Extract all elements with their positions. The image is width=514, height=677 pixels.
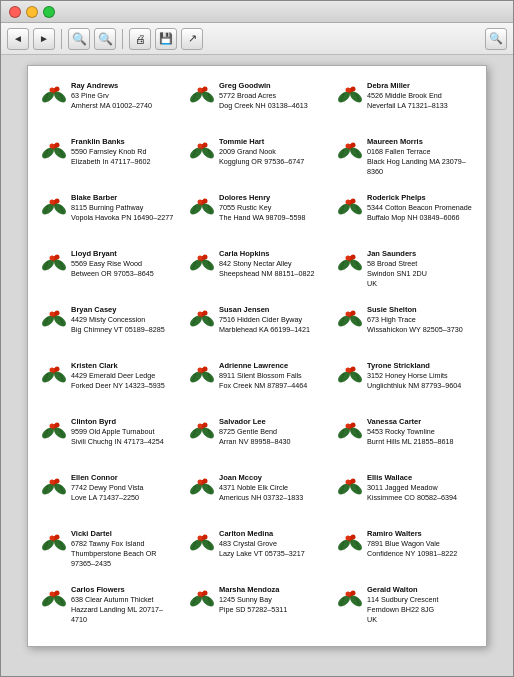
next-page-button[interactable]: ► — [33, 28, 55, 50]
label-name: Debra Miller — [367, 81, 448, 91]
holly-icon — [40, 363, 68, 391]
label-text-block: Clinton Byrd9599 Old Apple TurnaboutSivi… — [71, 417, 164, 447]
label-address: 63 Pine Grv — [71, 91, 152, 101]
label-name: Franklin Banks — [71, 137, 151, 147]
label-text-block: Roderick Phelps5344 Cotton Beacon Promen… — [367, 193, 472, 223]
label-cell: Susan Jensen7516 Hidden Cider BywayMarbl… — [186, 302, 328, 354]
svg-point-27 — [50, 144, 55, 149]
label-name: Carlos Flowers — [71, 585, 178, 595]
label-address: 5569 Easy Rise Wood — [71, 259, 154, 269]
label-name: Tyrone Strickland — [367, 361, 461, 371]
svg-point-20 — [346, 88, 351, 93]
label-city: Burnt Hills ML 21855–8618 — [367, 437, 453, 447]
svg-point-55 — [198, 200, 203, 205]
label-name: Carlton Medina — [219, 529, 305, 539]
label-address: 3011 Jagged Meadow — [367, 483, 457, 493]
search-button[interactable]: 🔍 — [485, 28, 507, 50]
label-name: Ray Andrews — [71, 81, 152, 91]
label-city: Love LA 71437–2250 — [71, 493, 144, 503]
holly-icon — [188, 139, 216, 167]
svg-point-48 — [50, 200, 55, 205]
svg-point-78 — [351, 255, 356, 260]
share-button[interactable]: ↗ — [181, 28, 203, 50]
label-address: 4429 Misty Concession — [71, 315, 165, 325]
svg-point-176 — [203, 535, 208, 540]
label-text-block: Ellen Connor7742 Dewy Pond VistaLove LA … — [71, 473, 144, 503]
label-city: Black Hog Landing MA 23079–8360 — [367, 157, 474, 176]
svg-point-153 — [50, 480, 55, 485]
svg-point-15 — [351, 87, 356, 92]
label-city: Wissahickon WY 82505–3730 — [367, 325, 463, 335]
label-name: Dolores Henry — [219, 193, 305, 203]
app-window: ◄ ► 🔍 🔍 🖨 💾 ↗ 🔍 Ray Andrews63 Pine GrvAm… — [0, 0, 514, 677]
svg-point-146 — [346, 424, 351, 429]
svg-point-125 — [346, 368, 351, 373]
holly-icon — [188, 419, 216, 447]
label-address: 8725 Gentle Bend — [219, 427, 291, 437]
label-city: Sivili Chuchg IN 47173–4254 — [71, 437, 164, 447]
label-name: Roderick Phelps — [367, 193, 472, 203]
zoom-out-button[interactable]: 🔍 — [68, 28, 90, 50]
holly-icon — [336, 251, 364, 279]
label-text-block: Tyrone Strickland3152 Honey Horse Limits… — [367, 361, 461, 391]
svg-point-92 — [203, 311, 208, 316]
svg-point-8 — [203, 87, 208, 92]
label-city: Sheepshead NM 88151–0822 — [219, 269, 315, 279]
zoom-in-button[interactable]: 🔍 — [94, 28, 116, 50]
svg-point-188 — [346, 536, 351, 541]
svg-point-62 — [346, 200, 351, 205]
toolbar: ◄ ► 🔍 🔍 🖨 💾 ↗ 🔍 — [1, 23, 513, 55]
label-text-block: Ramiro Walters7891 Blue Wagon ValeConfid… — [367, 529, 457, 559]
print-button[interactable]: 🖨 — [129, 28, 151, 50]
content-area[interactable]: Ray Andrews63 Pine GrvAmherst MA 01002–2… — [1, 55, 513, 676]
label-text-block: Carlos Flowers638 Clear Autumn ThicketHa… — [71, 585, 178, 624]
save-button[interactable]: 💾 — [155, 28, 177, 50]
label-cell: Roderick Phelps5344 Cotton Beacon Promen… — [334, 190, 476, 242]
label-name: Joan Mccoy — [219, 473, 303, 483]
holly-icon — [40, 419, 68, 447]
label-name: Carla Hopkins — [219, 249, 315, 259]
label-extra: UK — [367, 615, 439, 625]
holly-icon — [336, 475, 364, 503]
label-cell: Debra Miller4526 Middle Brook EndNeverfa… — [334, 78, 476, 130]
close-button[interactable] — [9, 6, 21, 18]
label-address: 5772 Broad Acres — [219, 91, 308, 101]
minimize-button[interactable] — [26, 6, 38, 18]
svg-point-134 — [203, 423, 208, 428]
label-city: Pipe SD 57282–5311 — [219, 605, 287, 615]
prev-page-button[interactable]: ◄ — [7, 28, 29, 50]
label-text-block: Ellis Wallace3011 Jagged MeadowKissimmee… — [367, 473, 457, 503]
maximize-button[interactable] — [43, 6, 55, 18]
label-address: 5590 Farnsley Knob Rd — [71, 147, 151, 157]
label-cell: Greg Goodwin5772 Broad AcresDog Creek NH… — [186, 78, 328, 130]
label-address: 8115 Burning Pathway — [71, 203, 173, 213]
holly-icon — [336, 83, 364, 111]
label-text-block: Gerald Walton114 Sudbury CrescentFerndow… — [367, 585, 439, 624]
svg-point-69 — [50, 256, 55, 261]
label-cell: Blake Barber8115 Burning PathwayVopola H… — [38, 190, 180, 242]
svg-point-120 — [351, 367, 356, 372]
svg-point-148 — [55, 479, 60, 484]
svg-point-76 — [198, 256, 203, 261]
labels-grid: Ray Andrews63 Pine GrvAmherst MA 01002–2… — [38, 78, 476, 634]
label-address: 483 Crystal Grove — [219, 539, 305, 549]
label-name: Lloyd Bryant — [71, 249, 154, 259]
label-cell: Gerald Walton114 Sudbury CrescentFerndow… — [334, 582, 476, 634]
svg-point-139 — [198, 424, 203, 429]
svg-point-167 — [346, 480, 351, 485]
label-name: Gerald Walton — [367, 585, 439, 595]
label-address: 7742 Dewy Pond Vista — [71, 483, 144, 493]
label-cell: Jan Saunders58 Broad StreetSwindon SN1 2… — [334, 246, 476, 298]
label-name: Ellis Wallace — [367, 473, 457, 483]
label-cell: Carlton Medina483 Crystal GroveLazy Lake… — [186, 526, 328, 578]
svg-point-83 — [346, 256, 351, 261]
window-controls — [9, 6, 55, 18]
label-text-block: Joan Mccoy4371 Noble Elk CircleAmericus … — [219, 473, 303, 503]
label-name: Adrienne Lawrence — [219, 361, 307, 371]
label-city: Fox Creek NM 87897–4464 — [219, 381, 307, 391]
label-city: Amherst MA 01002–2740 — [71, 101, 152, 111]
label-address: 673 High Trace — [367, 315, 463, 325]
label-cell: Ray Andrews63 Pine GrvAmherst MA 01002–2… — [38, 78, 180, 130]
svg-point-197 — [203, 591, 208, 596]
label-cell: Clinton Byrd9599 Old Apple TurnaboutSivi… — [38, 414, 180, 466]
